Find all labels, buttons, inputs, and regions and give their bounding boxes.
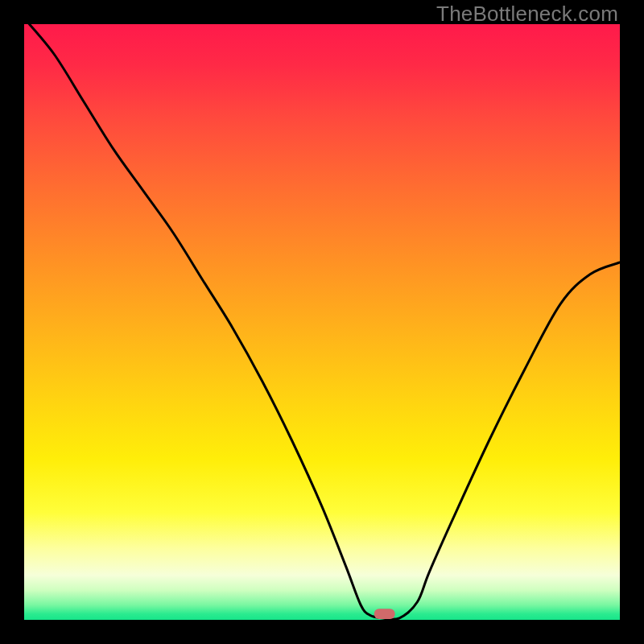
chart-background <box>24 24 620 620</box>
watermark-label: TheBottleneck.com <box>436 2 618 27</box>
chart-frame <box>24 24 620 620</box>
minimum-marker <box>374 609 395 619</box>
bottleneck-chart <box>24 24 620 620</box>
